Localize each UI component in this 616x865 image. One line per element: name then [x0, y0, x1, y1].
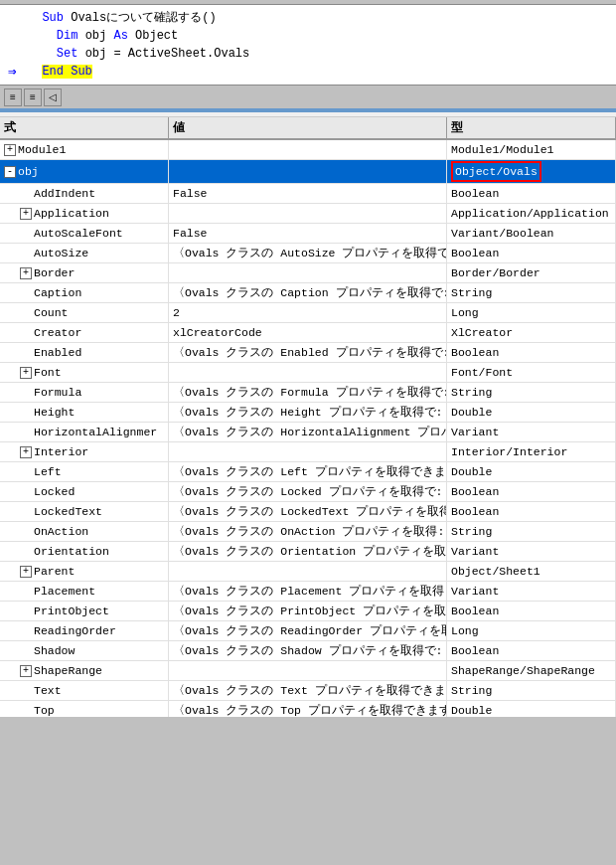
set-keyword: Set: [57, 47, 85, 61]
table-row[interactable]: +Module1Module1/Module1: [0, 140, 616, 160]
code-set: Set obj = ActiveSheet.Ovals: [28, 45, 249, 63]
cell-type: Object/Ovals: [447, 160, 616, 183]
toolbar-strip: ≡ ≡ ◁: [0, 85, 616, 108]
expand-icon[interactable]: +: [20, 208, 32, 220]
toolbar-btn-3[interactable]: ◁: [44, 88, 62, 106]
row-name-text: Font: [34, 364, 62, 381]
table-row[interactable]: AutoScaleFontFalseVariant/Boolean: [0, 224, 616, 244]
code-endsub: End Sub: [28, 63, 92, 81]
row-name-text: Top: [34, 702, 55, 717]
cell-type: Module1/Module1: [447, 140, 616, 159]
table-body[interactable]: +Module1Module1/Module1-objObject/OvalsA…: [0, 140, 616, 717]
cell-type: Variant/Boolean: [447, 224, 616, 243]
expand-icon[interactable]: +: [20, 566, 32, 578]
table-row[interactable]: +ShapeRangeShapeRange/ShapeRange: [0, 661, 616, 681]
code-dim: Dim obj As Object: [28, 27, 178, 45]
cell-name: Left: [0, 462, 169, 481]
code-line-4: ⇒ End Sub: [8, 63, 608, 81]
cell-type: String: [447, 383, 616, 402]
expand-icon[interactable]: +: [20, 267, 32, 279]
table-row[interactable]: AddIndentFalseBoolean: [0, 184, 616, 204]
table-row[interactable]: +ParentObject/Sheet1: [0, 562, 616, 582]
table-row[interactable]: Text〈Ovals クラスの Text プロパティを取得できま:String: [0, 681, 616, 701]
table-row[interactable]: Shadow〈Ovals クラスの Shadow プロパティを取得で:Boole…: [0, 641, 616, 661]
cell-type: String: [447, 681, 616, 700]
table-row[interactable]: AutoSize〈Ovals クラスの AutoSize プロパティを取得でBo…: [0, 244, 616, 263]
table-row[interactable]: Caption〈Ovals クラスの Caption プロパティを取得で:Str…: [0, 283, 616, 303]
table-row[interactable]: Placement〈Ovals クラスの Placement プロパティを取得:…: [0, 582, 616, 602]
table-row[interactable]: HorizontalAlignmer〈Ovals クラスの Horizontal…: [0, 423, 616, 442]
table-row[interactable]: LockedText〈Ovals クラスの LockedText プロパティを取…: [0, 502, 616, 522]
cell-value: 〈Ovals クラスの AutoSize プロパティを取得で: [169, 244, 447, 262]
table-row[interactable]: Count2Long: [0, 303, 616, 323]
table-row[interactable]: PrintObject〈Ovals クラスの PrintObject プロパティ…: [0, 602, 616, 621]
cell-type: Boolean: [447, 502, 616, 521]
cell-value: [169, 160, 447, 183]
row-name-text: OnAction: [34, 523, 88, 540]
row-name-text: AddIndent: [34, 185, 95, 202]
table-row[interactable]: +ApplicationApplication/Application: [0, 204, 616, 224]
cell-type: Variant: [447, 582, 616, 601]
cell-name: +Border: [0, 263, 169, 282]
cell-name: Creator: [0, 323, 169, 342]
cell-name: HorizontalAlignmer: [0, 423, 169, 441]
cell-type: Double: [447, 701, 616, 717]
row-name-text: Caption: [34, 284, 81, 301]
expand-icon[interactable]: +: [20, 665, 32, 677]
collapse-icon[interactable]: -: [4, 166, 16, 178]
table-row[interactable]: ReadingOrder〈Ovals クラスの ReadingOrder プロパ…: [0, 621, 616, 641]
table-row[interactable]: -objObject/Ovals: [0, 160, 616, 184]
table-row[interactable]: Height〈Ovals クラスの Height プロパティを取得で:Doubl…: [0, 403, 616, 423]
table-row[interactable]: +InteriorInterior/Interior: [0, 442, 616, 462]
cell-value: [169, 140, 447, 159]
row-name-text: Shadow: [34, 642, 75, 659]
toolbar-btn-1[interactable]: ≡: [4, 88, 22, 106]
cell-type: Object/Sheet1: [447, 562, 616, 581]
cell-value: False: [169, 224, 447, 243]
cell-name: LockedText: [0, 502, 169, 521]
expand-icon[interactable]: +: [20, 367, 32, 379]
row-name-text: ShapeRange: [34, 662, 102, 679]
row-name-text: Module1: [18, 141, 66, 158]
table-row[interactable]: Orientation〈Ovals クラスの Orientation プロパティ…: [0, 542, 616, 562]
expand-icon[interactable]: +: [4, 144, 16, 156]
cell-name: Caption: [0, 283, 169, 302]
cell-value: 〈Ovals クラスの Text プロパティを取得できま:: [169, 681, 447, 700]
table-row[interactable]: OnAction〈Ovals クラスの OnAction プロパティを取得:St…: [0, 522, 616, 542]
empty-arrow3: [8, 45, 24, 63]
cell-type: XlCreator: [447, 323, 616, 342]
cell-type: Double: [447, 462, 616, 481]
cell-value: [169, 661, 447, 680]
cell-value: 〈Ovals クラスの HorizontalAlignment プロパ:: [169, 423, 447, 441]
table-row[interactable]: Formula〈Ovals クラスの Formula プロパティを取得で:Str…: [0, 383, 616, 403]
cell-type: Long: [447, 303, 616, 322]
expand-icon[interactable]: +: [20, 446, 32, 458]
table-row[interactable]: Top〈Ovals クラスの Top プロパティを取得できます:Double: [0, 701, 616, 717]
cell-name: +Parent: [0, 562, 169, 581]
cell-value: 〈Ovals クラスの Enabled プロパティを取得で:: [169, 343, 447, 362]
locals-panel: 式 値 型 +Module1Module1/Module1-objObject/…: [0, 112, 616, 717]
toolbar-btn-2[interactable]: ≡: [24, 88, 42, 106]
cell-value: [169, 263, 447, 282]
cell-name: AutoScaleFont: [0, 224, 169, 243]
code-line-1: Sub Ovalsについて確認する(): [8, 9, 608, 27]
table-row[interactable]: CreatorxlCreatorCodeXlCreator: [0, 323, 616, 343]
row-name-text: ReadingOrder: [34, 622, 116, 639]
cell-name: +Interior: [0, 442, 169, 461]
cell-type: Boolean: [447, 482, 616, 501]
cell-type: Boolean: [447, 184, 616, 203]
cell-type: String: [447, 283, 616, 302]
cell-type: ShapeRange/ShapeRange: [447, 661, 616, 680]
table-row[interactable]: +BorderBorder/Border: [0, 263, 616, 283]
code-area: Sub Ovalsについて確認する() Dim obj As Object Se…: [0, 5, 616, 85]
cell-name: PrintObject: [0, 602, 169, 620]
cell-name: +Font: [0, 363, 169, 382]
table-row[interactable]: Locked〈Ovals クラスの Locked プロパティを取得で:Boole…: [0, 482, 616, 502]
table-row[interactable]: Left〈Ovals クラスの Left プロパティを取得できま:Double: [0, 462, 616, 482]
active-arrow: ⇒: [8, 63, 24, 81]
code-line-3: Set obj = ActiveSheet.Ovals: [8, 45, 608, 63]
cell-name: +Module1: [0, 140, 169, 159]
table-row[interactable]: Enabled〈Ovals クラスの Enabled プロパティを取得で:Boo…: [0, 343, 616, 363]
table-row[interactable]: +FontFont/Font: [0, 363, 616, 383]
cell-value: 〈Ovals クラスの Formula プロパティを取得で:: [169, 383, 447, 402]
